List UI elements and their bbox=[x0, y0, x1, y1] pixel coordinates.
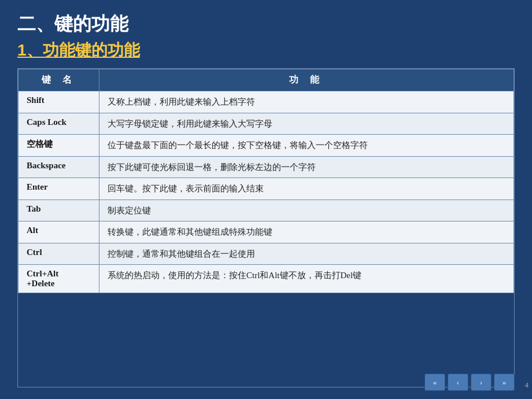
nav-next-button[interactable]: › bbox=[471, 374, 492, 391]
key-cell: Backspace bbox=[19, 156, 99, 178]
key-cell: Tab bbox=[19, 200, 99, 221]
desc-cell: 回车键。按下此键，表示前面的输入结束 bbox=[99, 178, 514, 200]
table-row: Tab制表定位键 bbox=[19, 200, 514, 221]
key-cell: Alt bbox=[19, 221, 99, 243]
key-cell: Shift bbox=[19, 91, 99, 113]
title-sub: 1、功能键的功能 bbox=[17, 39, 515, 61]
col-header-key: 键 名 bbox=[19, 69, 99, 91]
table-header-row: 键 名 功 能 bbox=[19, 69, 514, 91]
desc-cell: 位于键盘最下面的一个最长的键，按下空格键，将输入一个空格字符 bbox=[99, 135, 514, 157]
title-main: 二、键的功能 bbox=[17, 12, 515, 37]
desc-cell: 转换键，此键通常和其他键组成特殊功能键 bbox=[99, 221, 514, 243]
desc-cell: 控制键，通常和其他键组合在一起使用 bbox=[99, 243, 514, 265]
table-row: Enter回车键。按下此键，表示前面的输入结束 bbox=[19, 178, 514, 200]
table-row: Shift又称上档键，利用此键来输入上档字符 bbox=[19, 91, 514, 113]
desc-cell: 又称上档键，利用此键来输入上档字符 bbox=[99, 91, 514, 113]
nav-prev-button[interactable]: ‹ bbox=[448, 374, 468, 391]
col-header-func: 功 能 bbox=[99, 69, 514, 91]
table-row: Alt转换键，此键通常和其他键组成特殊功能键 bbox=[19, 221, 514, 243]
table-row: 空格键位于键盘最下面的一个最长的键，按下空格键，将输入一个空格字符 bbox=[19, 135, 514, 157]
table-row: Ctrl控制键，通常和其他键组合在一起使用 bbox=[19, 243, 514, 265]
desc-cell: 制表定位键 bbox=[99, 200, 514, 221]
nav-buttons: « ‹ › » bbox=[424, 374, 515, 391]
table-row: Ctrl+Alt+Delete系统的热启动，使用的方法是：按住Ctrl和Alt键… bbox=[19, 265, 514, 293]
slide-number: 4 bbox=[525, 380, 529, 390]
key-cell: Caps Lock bbox=[19, 113, 99, 135]
key-cell: Ctrl bbox=[19, 243, 99, 265]
key-cell: 空格键 bbox=[19, 135, 99, 157]
table-row: Caps Lock大写字母锁定键，利用此键来输入大写字母 bbox=[19, 113, 514, 135]
desc-cell: 按下此键可使光标回退一格，删除光标左边的一个字符 bbox=[99, 156, 514, 178]
table-container: 键 名 功 能 Shift又称上档键，利用此键来输入上档字符Caps Lock大… bbox=[17, 68, 515, 387]
key-cell: Ctrl+Alt+Delete bbox=[19, 265, 99, 293]
content-table: 键 名 功 能 Shift又称上档键，利用此键来输入上档字符Caps Lock大… bbox=[18, 69, 514, 293]
desc-cell: 大写字母锁定键，利用此键来输入大写字母 bbox=[99, 113, 514, 135]
slide: 二、键的功能 1、功能键的功能 键 名 功 能 Shift又称上档键，利用此键来… bbox=[0, 0, 532, 399]
table-row: Backspace按下此键可使光标回退一格，删除光标左边的一个字符 bbox=[19, 156, 514, 178]
key-cell: Enter bbox=[19, 178, 99, 200]
nav-first-button[interactable]: « bbox=[424, 374, 445, 391]
desc-cell: 系统的热启动，使用的方法是：按住Ctrl和Alt键不放，再击打Del键 bbox=[99, 265, 514, 293]
title-section: 二、键的功能 1、功能键的功能 bbox=[17, 12, 515, 61]
nav-last-button[interactable]: » bbox=[494, 374, 515, 391]
